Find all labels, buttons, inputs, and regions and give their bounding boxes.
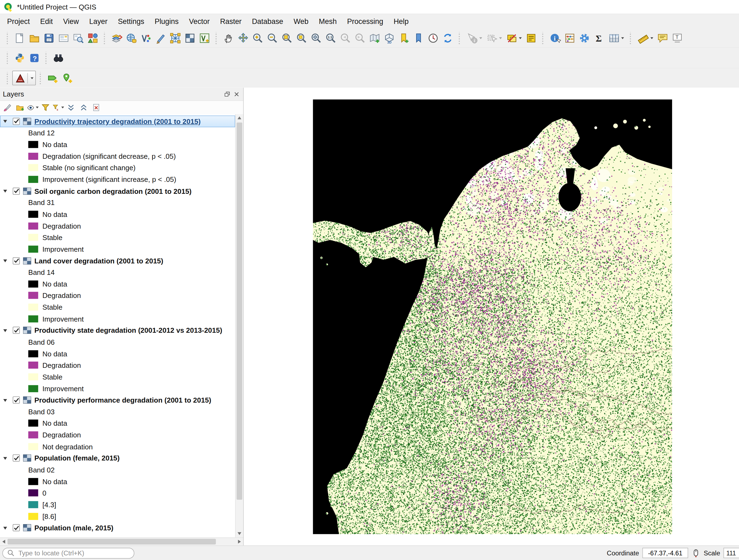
scroll-right-arrow[interactable] [236, 538, 243, 546]
menu-mesh[interactable]: Mesh [314, 14, 342, 29]
open-layer-styling-button[interactable] [1, 102, 13, 113]
scroll-down-arrow[interactable] [236, 530, 243, 537]
legend-swatch[interactable] [28, 501, 38, 508]
menu-web[interactable]: Web [288, 14, 314, 29]
dropdown-arrow-icon[interactable] [479, 37, 482, 39]
add-virtual-layer-button[interactable] [197, 31, 212, 46]
layer-checkbox[interactable] [13, 524, 20, 532]
add-group-button[interactable] [14, 102, 26, 113]
new-map-view-button[interactable] [367, 31, 382, 46]
toolbar-handle[interactable] [38, 72, 43, 84]
horizontal-scrollbar-thumb[interactable] [8, 539, 216, 545]
field-calculator-button[interactable] [562, 31, 577, 46]
legend-swatch[interactable] [28, 385, 38, 392]
layer-checkbox[interactable] [13, 454, 20, 461]
select-features-button[interactable] [484, 31, 504, 46]
deselect-features-button[interactable] [504, 31, 524, 46]
dropdown-arrow-icon[interactable] [61, 107, 64, 109]
legend-swatch[interactable] [28, 234, 38, 241]
legend-swatch[interactable] [28, 489, 38, 497]
legend-swatch[interactable] [28, 223, 38, 230]
layer-row[interactable]: Land cover degradation (2001 to 2015) [0, 255, 235, 267]
toolbar-handle[interactable] [214, 32, 218, 44]
pan-map-button[interactable] [221, 31, 236, 46]
measure-line-button[interactable] [635, 31, 655, 46]
layer-row[interactable]: Productivity performance degradation (20… [0, 394, 235, 406]
layer-name[interactable]: Land cover degradation (2001 to 2015) [34, 257, 163, 265]
toolbar-handle[interactable] [5, 72, 10, 84]
zoom-out-button[interactable] [265, 31, 280, 46]
dropdown-arrow-icon[interactable] [650, 37, 653, 39]
open-attribute-table-button[interactable] [606, 31, 626, 46]
new-print-layout-button[interactable] [56, 31, 71, 46]
binoculars-plugin-button[interactable] [51, 50, 65, 65]
dropdown-arrow-icon[interactable] [519, 37, 521, 39]
locate-input[interactable] [17, 549, 130, 557]
filter-legend-expression-button[interactable]: ε [52, 102, 64, 113]
add-mesh-layer-button[interactable] [168, 31, 182, 46]
dropdown-arrow-icon[interactable] [36, 107, 39, 109]
expand-arrow-icon[interactable] [3, 456, 9, 460]
dropdown-arrow-icon[interactable] [499, 37, 502, 39]
identify-info-button[interactable]: i [548, 31, 562, 46]
legend-swatch[interactable] [28, 373, 38, 380]
legend-swatch[interactable] [28, 362, 38, 369]
python-console-button[interactable] [12, 50, 27, 65]
layer-name[interactable]: Soil organic carbon degradation (2001 to… [34, 187, 192, 195]
add-wms-layer-button[interactable] [124, 31, 139, 46]
legend-swatch[interactable] [28, 152, 38, 160]
layer-checkbox[interactable] [13, 327, 20, 334]
toolbar-handle[interactable] [5, 52, 10, 64]
zoom-to-selection-button[interactable] [294, 31, 309, 46]
new-3d-map-view-button[interactable]: 3D [382, 31, 397, 46]
open-project-button[interactable] [27, 31, 41, 46]
layer-checkbox[interactable] [13, 397, 20, 404]
identify-features-button[interactable]: i [464, 31, 484, 46]
zoom-full-button[interactable] [279, 31, 294, 46]
layer-checkbox[interactable] [13, 257, 20, 264]
open-data-source-manager-button[interactable] [109, 31, 124, 46]
add-delimited-text-layer-button[interactable] [153, 31, 168, 46]
filter-legend-button[interactable] [40, 102, 51, 113]
style-manager-button[interactable] [85, 31, 100, 46]
add-pin-button[interactable] [60, 71, 75, 85]
coordinate-input[interactable] [642, 548, 688, 558]
layer-row[interactable]: Productivity state degradation (2001-201… [0, 324, 235, 336]
show-layout-manager-button[interactable] [71, 31, 85, 46]
mouse-position-icon[interactable] [692, 549, 700, 558]
save-project-button[interactable] [41, 31, 56, 46]
pan-to-selection-button[interactable] [236, 31, 250, 46]
panel-close-button[interactable] [233, 90, 240, 98]
layer-name[interactable]: Productivity performance degradation (20… [34, 396, 211, 404]
layer-checkbox[interactable] [13, 118, 20, 125]
toolbar-handle[interactable] [44, 52, 48, 64]
add-vector-layer-button[interactable] [139, 31, 153, 46]
legend-swatch[interactable] [28, 513, 38, 520]
annotation-button[interactable]: T [670, 31, 684, 46]
scroll-left-arrow[interactable] [0, 538, 8, 546]
expand-arrow-icon[interactable] [3, 189, 9, 193]
vertical-scrollbar[interactable] [235, 114, 243, 537]
zoom-to-layer-button[interactable] [309, 31, 323, 46]
zoom-last-button[interactable] [338, 31, 352, 46]
refresh-map-button[interactable] [440, 31, 455, 46]
menu-settings[interactable]: Settings [113, 14, 149, 29]
menu-help[interactable]: Help [389, 14, 414, 29]
dropdown-arrow-icon[interactable] [31, 77, 33, 79]
toolbar-handle[interactable] [102, 32, 107, 44]
layer-row[interactable]: Population (female, 2015) [0, 452, 235, 464]
scroll-up-arrow[interactable] [236, 114, 243, 122]
layer-name[interactable]: Population (male, 2015) [34, 524, 114, 532]
expand-arrow-icon[interactable] [3, 258, 9, 263]
expand-arrow-icon[interactable] [3, 328, 9, 333]
legend-swatch[interactable] [28, 246, 38, 253]
horizontal-scrollbar[interactable] [0, 537, 243, 545]
legend-swatch[interactable] [28, 164, 38, 171]
menu-raster[interactable]: Raster [215, 14, 247, 29]
expand-arrow-icon[interactable] [3, 119, 9, 124]
map-canvas[interactable] [313, 100, 672, 534]
legend-swatch[interactable] [28, 315, 38, 322]
statistical-summary-button[interactable]: Σ [591, 31, 606, 46]
menu-processing[interactable]: Processing [342, 14, 389, 29]
legend-swatch[interactable] [28, 292, 38, 299]
